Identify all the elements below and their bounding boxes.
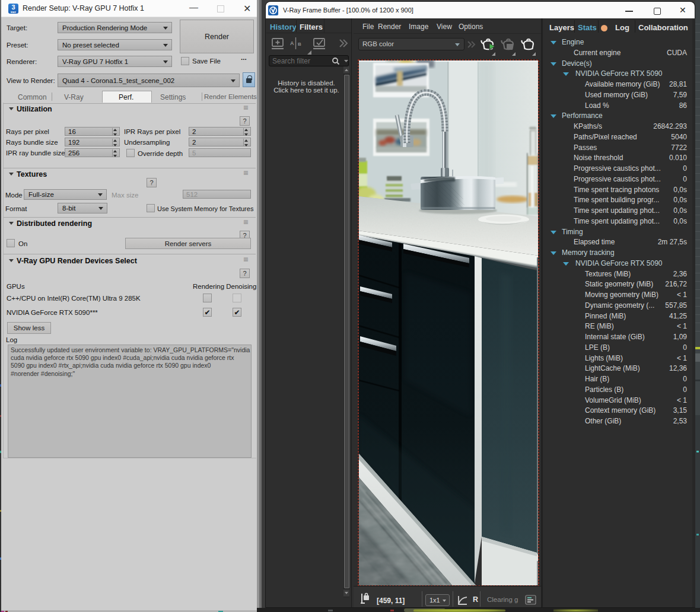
svg-text:B: B: [298, 42, 301, 47]
svg-text:A: A: [290, 40, 294, 46]
